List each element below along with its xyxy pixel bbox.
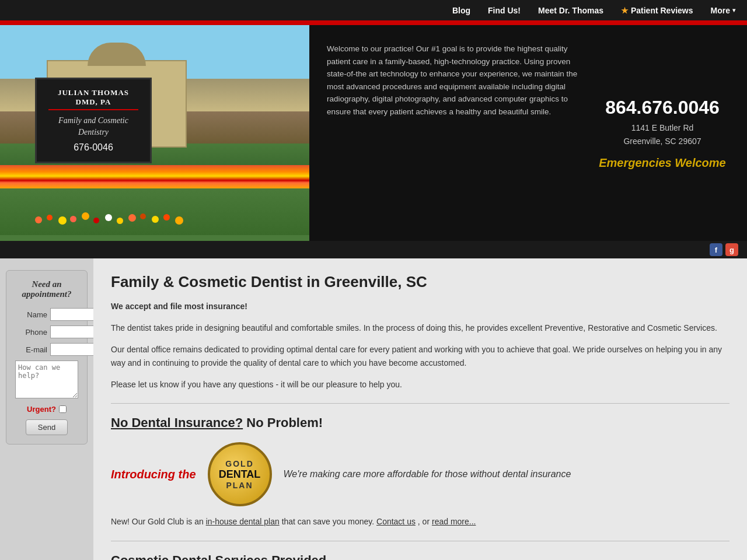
gold-top-text: GOLD — [225, 459, 253, 468]
hero-info: Welcome to our practice! Our #1 goal is … — [309, 25, 747, 241]
urgent-row: Urgent? — [15, 405, 78, 414]
message-area — [15, 360, 78, 400]
social-bar: f g — [0, 241, 747, 258]
main-content: Family & Cosmetic Dentist in Greenville,… — [93, 258, 747, 560]
section-divider-2 — [111, 541, 729, 541]
no-insurance-section: No Dental Insurance? No Problem! Introdu… — [111, 415, 729, 528]
urgent-label: Urgent? — [27, 405, 56, 414]
nav-blog[interactable]: Blog — [452, 6, 470, 15]
more-label: More — [711, 6, 730, 15]
name-row: Name — [15, 308, 78, 321]
emergencies-text: Emergencies Welcome — [595, 156, 729, 170]
message-textarea[interactable] — [15, 360, 78, 398]
gold-plan-description: We're making care more affordable for th… — [284, 467, 571, 481]
top-navigation: Blog Find Us! Meet Dr. Thomas ★ Patient … — [0, 0, 747, 20]
hero-section: Julian ThomasDMD, PA Family and Cosmetic… — [0, 25, 747, 241]
main-wrapper: Need an appointment? Name Phone E-mail U… — [0, 258, 747, 560]
no-insurance-underline: No Dental Insurance? — [111, 415, 243, 430]
office-sign-phone: 676-0046 — [48, 142, 138, 153]
cosmetic-section: Cosmetic Dental Services Provided Previo… — [111, 553, 729, 560]
gold-info-text: New! Our Gold Club is an in-house dental… — [111, 515, 729, 528]
reviews-label: Patient Reviews — [631, 6, 693, 15]
gold-info-mid: that can save you money. — [282, 517, 375, 526]
appointment-heading: Need an appointment? — [15, 279, 78, 299]
office-sign-subtitle: Family and CosmeticDentistry — [48, 115, 138, 138]
email-row: E-mail — [15, 343, 78, 356]
no-insurance-heading: No Dental Insurance? No Problem! — [111, 415, 729, 430]
google-maps-icon[interactable]: g — [725, 243, 738, 256]
hero-image: Julian ThomasDMD, PA Family and Cosmetic… — [0, 25, 309, 241]
insurance-statement: We accept and file most insurance! — [111, 300, 729, 313]
appointment-form: Need an appointment? Name Phone E-mail U… — [6, 270, 88, 444]
office-sign-title: Julian ThomasDMD, PA — [48, 88, 138, 110]
cosmetic-heading: Cosmetic Dental Services Provided — [111, 553, 729, 560]
contact-us-link[interactable]: Contact us — [376, 517, 416, 526]
send-button[interactable]: Send — [26, 419, 68, 435]
email-label: E-mail — [15, 345, 47, 354]
phone-label: Phone — [15, 328, 47, 337]
nav-meetdr[interactable]: Meet Dr. Thomas — [538, 6, 603, 15]
about-para-1: The dentist takes pride in designing bea… — [111, 321, 729, 335]
gold-info-end: , or — [418, 517, 430, 526]
nav-reviews[interactable]: ★ Patient Reviews — [621, 6, 693, 15]
phone-row: Phone — [15, 326, 78, 338]
gold-plan-badge: GOLD DENTAL PLAN — [208, 442, 272, 506]
sidebar: Need an appointment? Name Phone E-mail U… — [0, 258, 93, 560]
hero-welcome-text: Welcome to our practice! Our #1 goal is … — [327, 43, 584, 223]
introducing-text: Introducing the — [111, 468, 196, 481]
hero-phone-number: 864.676.0046 — [595, 96, 729, 118]
gold-mid-text: DENTAL — [219, 468, 261, 481]
nav-findus[interactable]: Find Us! — [488, 6, 521, 15]
about-para-2: Our dental office remains dedicated to p… — [111, 343, 729, 370]
red-accent-bar — [0, 20, 747, 25]
hero-contact-info: 864.676.0046 1141 E Butler Rd Greenville… — [595, 43, 729, 223]
star-icon: ★ — [621, 6, 629, 15]
no-insurance-rest: No Problem! — [243, 415, 323, 430]
chevron-down-icon: ▾ — [732, 7, 735, 13]
page-title: Family & Cosmetic Dentist in Greenville,… — [111, 273, 729, 291]
section-divider-1 — [111, 403, 729, 404]
facebook-icon[interactable]: f — [710, 243, 722, 256]
read-more-link[interactable]: read more... — [432, 517, 476, 526]
in-house-plan-link[interactable]: in-house dental plan — [206, 517, 280, 526]
urgent-checkbox[interactable] — [59, 405, 67, 413]
gold-bot-text: PLAN — [226, 481, 253, 490]
gold-plan-area: Introducing the GOLD DENTAL PLAN We're m… — [111, 442, 729, 506]
gold-info-start: New! Our Gold Club is an — [111, 517, 204, 526]
more-dropdown[interactable]: More ▾ — [711, 6, 735, 15]
hero-address: 1141 E Butler Rd Greenville, SC 29607 — [595, 121, 729, 148]
name-label: Name — [15, 310, 47, 319]
about-para-3: Please let us know if you have any quest… — [111, 378, 729, 391]
